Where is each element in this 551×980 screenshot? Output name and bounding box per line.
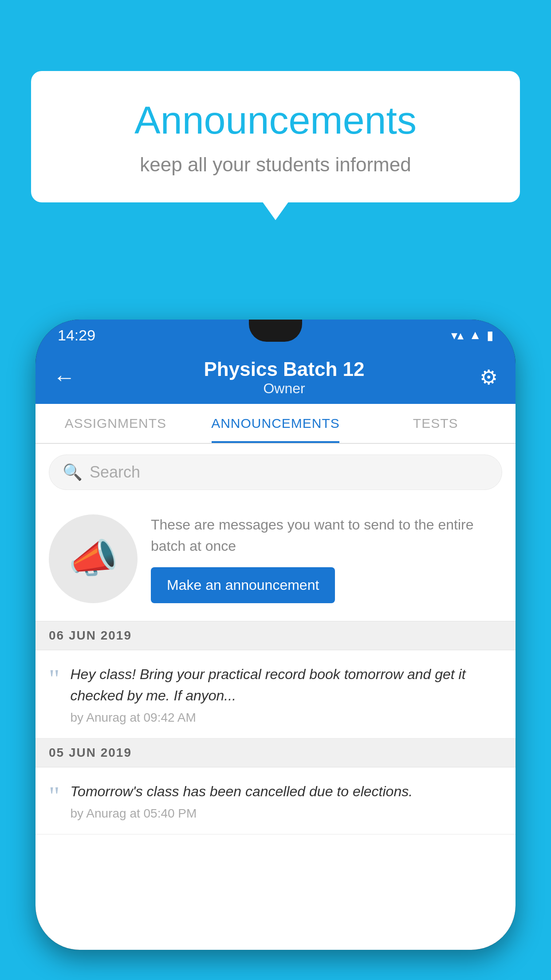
date-separator-1: 06 JUN 2019 [35, 621, 516, 650]
status-bar: 14:29 ▾▴ ▲ ▮ [35, 320, 516, 351]
phone-frame: 14:29 ▾▴ ▲ ▮ ← Physics Batch 12 Owner ⚙ … [35, 320, 516, 950]
message-row-1[interactable]: " Hey class! Bring your practical record… [35, 650, 516, 739]
speech-bubble: Announcements keep all your students inf… [31, 71, 520, 202]
battery-icon: ▮ [487, 328, 493, 343]
quote-icon-2: " [49, 782, 60, 809]
tab-tests[interactable]: TESTS [355, 404, 516, 443]
tabs-container: ASSIGNMENTS ANNOUNCEMENTS TESTS [35, 404, 516, 444]
signal-icon: ▲ [469, 328, 481, 342]
message-meta-1: by Anurag at 09:42 AM [71, 711, 503, 725]
app-bar-title-group: Physics Batch 12 Owner [89, 358, 480, 397]
settings-icon[interactable]: ⚙ [480, 365, 498, 389]
app-bar-subtitle: Owner [89, 380, 480, 397]
search-placeholder: Search [90, 463, 140, 482]
message-content-1: Hey class! Bring your practical record b… [71, 664, 503, 725]
message-text-1: Hey class! Bring your practical record b… [71, 664, 503, 706]
message-text-2: Tomorrow's class has been cancelled due … [71, 781, 503, 802]
search-bar[interactable]: 🔍 Search [49, 454, 502, 490]
status-icons: ▾▴ ▲ ▮ [451, 328, 493, 343]
prompt-right: These are messages you want to send to t… [151, 514, 502, 603]
app-bar-title: Physics Batch 12 [89, 358, 480, 380]
wifi-icon: ▾▴ [451, 328, 464, 343]
message-meta-2: by Anurag at 05:40 PM [71, 806, 503, 821]
megaphone-icon-circle: 📣 [49, 514, 138, 603]
status-time: 14:29 [58, 327, 95, 344]
prompt-description: These are messages you want to send to t… [151, 514, 502, 557]
date-separator-2: 05 JUN 2019 [35, 739, 516, 767]
notch [249, 320, 302, 342]
quote-icon-1: " [49, 665, 60, 692]
megaphone-icon: 📣 [68, 535, 118, 582]
speech-bubble-container: Announcements keep all your students inf… [31, 71, 520, 202]
tab-announcements[interactable]: ANNOUNCEMENTS [196, 404, 356, 443]
make-announcement-button[interactable]: Make an announcement [151, 567, 335, 603]
tab-assignments[interactable]: ASSIGNMENTS [35, 404, 196, 443]
search-icon: 🔍 [63, 463, 83, 482]
back-button[interactable]: ← [53, 364, 75, 390]
announcement-prompt: 📣 These are messages you want to send to… [35, 501, 516, 621]
app-bar: ← Physics Batch 12 Owner ⚙ [35, 351, 516, 404]
speech-bubble-title: Announcements [67, 98, 484, 143]
speech-bubble-subtitle: keep all your students informed [67, 154, 484, 176]
message-row-2[interactable]: " Tomorrow's class has been cancelled du… [35, 767, 516, 834]
message-content-2: Tomorrow's class has been cancelled due … [71, 781, 503, 821]
screen-content: 🔍 Search 📣 These are messages you want t… [35, 444, 516, 950]
phone-wrapper: 14:29 ▾▴ ▲ ▮ ← Physics Batch 12 Owner ⚙ … [35, 320, 516, 980]
